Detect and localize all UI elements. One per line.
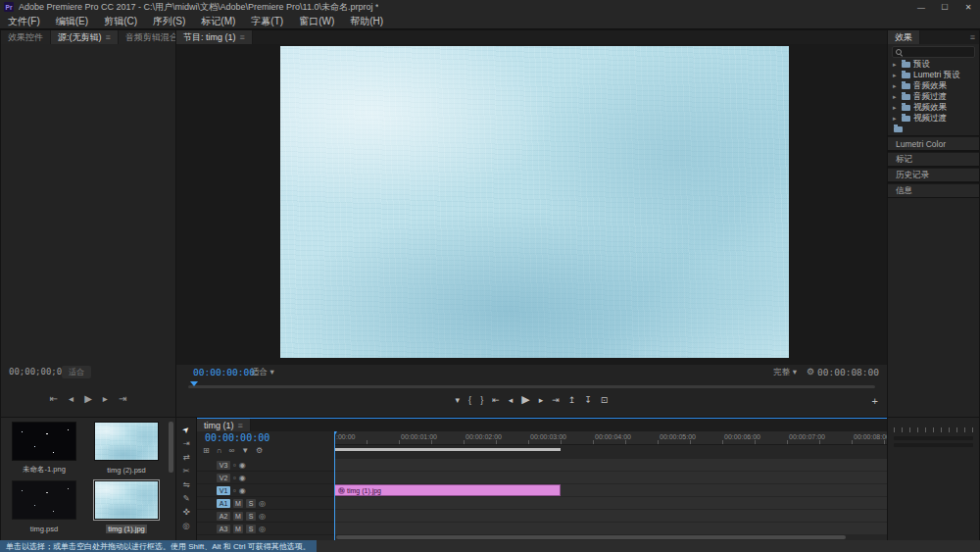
effects-search[interactable] [892,46,975,58]
timeline-ruler[interactable]: :00:00 00:00:01:00 00:00:02:00 00:00:03:… [334,431,887,445]
timeline-track-area[interactable]: :00:00 00:00:01:00 00:00:02:00 00:00:03:… [334,431,887,541]
track-target-a2[interactable]: A2 [217,512,230,521]
lift-button[interactable]: ↥ [568,395,576,405]
source-zoom-select[interactable]: 适合 [62,366,91,378]
linked-selection-icon[interactable]: ∞ [228,446,234,455]
thumbnail[interactable] [94,422,159,461]
solo-track-button[interactable]: S [246,499,256,508]
playback-resolution-select[interactable]: 完整 ▾ [773,367,797,378]
panel-history[interactable]: 历史记录 [888,168,979,181]
tab-sequence-timg1[interactable]: timg (1)≡ [197,419,251,432]
voice-over-record-icon[interactable]: ◎ [259,512,266,521]
menu-clip[interactable]: 剪辑(C) [96,14,145,28]
slip-tool[interactable]: ⇋ [178,477,194,490]
panel-menu-icon[interactable]: ≡ [106,32,111,42]
pen-tool[interactable]: ✎ [178,491,194,504]
project-item-untitled-png[interactable]: 未命名-1.png [5,422,83,478]
tab-effect-controls[interactable]: 效果控件 [1,30,51,44]
voice-over-record-icon[interactable]: ◎ [259,499,266,508]
export-frame-button[interactable]: ⊡ [601,395,609,405]
extract-button[interactable]: ↧ [584,395,592,405]
settings-wrench-icon[interactable]: ⚙ [807,367,814,376]
panel-menu-icon[interactable]: ≡ [970,32,975,42]
timeline-horizontal-scrollbar[interactable] [336,535,846,539]
maximize-button[interactable]: ☐ [933,0,956,14]
tab-program-monitor[interactable]: 节目: timg (1)≡ [176,30,253,44]
razor-tool[interactable]: ✂ [178,464,194,477]
menu-title[interactable]: 字幕(T) [243,14,291,28]
add-marker-button[interactable]: ▾ [456,395,461,405]
menu-help[interactable]: 帮助(H) [342,14,391,28]
menu-file[interactable]: 文件(F) [0,14,48,28]
mute-track-button[interactable]: M [233,512,243,521]
toggle-track-output-icon[interactable]: ◉ [239,474,246,482]
selection-tool[interactable]: ➤ [178,423,194,435]
source-timecode[interactable]: 00;00;00;00 [9,367,68,376]
close-button[interactable]: ✕ [956,0,980,14]
track-target-v3[interactable]: V3 [217,461,230,470]
panel-menu-icon[interactable]: ≡ [240,32,245,42]
toggle-track-output-icon[interactable]: ◉ [239,461,246,470]
solo-track-button[interactable]: S [246,525,256,533]
track-target-v1[interactable]: V1 [217,486,230,495]
ripple-edit-tool[interactable]: ⇄ [178,450,194,463]
go-to-in-button[interactable]: ⇤ [50,393,58,404]
chevron-right-icon[interactable]: ▸ [893,61,899,69]
thumbnail[interactable] [94,480,159,520]
project-scrollbar[interactable] [169,422,173,473]
program-timecode[interactable]: 00:00:00:00 [193,367,255,377]
panel-menu-icon[interactable]: ≡ [238,421,243,430]
go-to-out-button[interactable]: ⇥ [552,395,560,405]
step-forward-button[interactable]: ▸ [539,395,544,405]
go-to-out-button[interactable]: ⇥ [119,393,126,404]
track-select-tool[interactable]: ⇥ [178,436,194,449]
effects-search-input[interactable] [906,48,971,57]
track-lane-v3[interactable] [334,459,887,471]
effects-bin-video-effects[interactable]: ▸视频效果 [888,102,979,113]
timeline-timecode[interactable]: 00:00:00:00 [205,432,270,443]
menu-edit[interactable]: 编辑(E) [48,14,96,28]
scrubber-track[interactable] [188,385,875,388]
tab-effects[interactable]: 效果 [888,30,920,44]
menu-sequence[interactable]: 序列(S) [145,14,193,28]
go-to-in-button[interactable]: ⇤ [492,395,500,405]
effects-bin-audio-transitions[interactable]: ▸音频过渡 [888,91,979,102]
play-button[interactable]: ▶ [521,393,529,406]
toggle-track-output-icon[interactable]: ◉ [239,486,246,495]
menu-marker[interactable]: 标记(M) [193,14,243,28]
scrubber-playhead[interactable] [190,381,198,390]
program-zoom-select[interactable]: 适合 ▾ [251,367,274,378]
track-target-a3[interactable]: A3 [217,525,230,533]
timeline-settings-icon[interactable]: ⚙ [256,446,263,455]
effects-bin-lumetri-presets[interactable]: ▸Lumetri 预设 [888,70,979,80]
panel-info[interactable]: 信息 [888,183,979,197]
track-lane-v1[interactable]: fx timg (1).jpg [334,484,887,496]
step-forward-button[interactable]: ▸ [103,393,108,404]
zoom-tool[interactable]: ◎ [178,519,194,531]
play-button[interactable]: ▶ [84,393,92,404]
solo-track-button[interactable]: S [246,512,256,521]
chevron-right-icon[interactable]: ▸ [893,104,899,112]
sequence-grid-icon[interactable]: ⊞ [203,446,210,455]
mute-track-button[interactable]: M [233,525,243,533]
chevron-right-icon[interactable]: ▸ [893,72,899,79]
project-item-timg1-jpg[interactable]: timg (1).jpg [87,480,166,537]
thumbnail[interactable] [12,422,76,461]
timeline-clip-timg1[interactable]: fx timg (1).jpg [334,484,561,496]
chevron-right-icon[interactable]: ▸ [893,82,899,90]
step-back-button[interactable]: ◂ [69,393,74,404]
sync-lock-icon[interactable]: ▫ [233,461,236,470]
track-lane-v2[interactable] [334,472,887,483]
project-item-timg-psd[interactable]: timg.psd [5,480,83,537]
work-area-bar[interactable] [334,448,561,451]
hand-tool[interactable]: ✜ [178,505,194,518]
track-target-a1[interactable]: A1 [217,499,230,508]
menu-window[interactable]: 窗口(W) [291,14,342,28]
thumbnail[interactable] [12,480,76,520]
chevron-right-icon[interactable]: ▸ [893,115,899,123]
mute-track-button[interactable]: M [233,499,243,508]
track-lane-a2[interactable] [334,510,887,522]
snap-icon[interactable]: ∩ [217,446,222,455]
track-lane-a3[interactable] [334,523,887,534]
track-lane-a1[interactable] [334,497,887,509]
